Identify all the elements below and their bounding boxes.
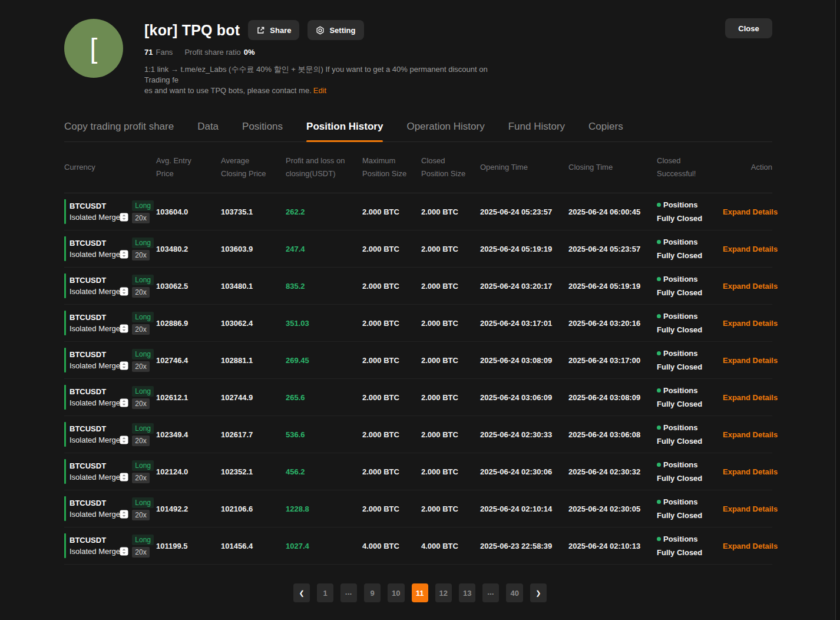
currency-cell: BTCUSDT Isolated Merge Long 20x bbox=[64, 236, 156, 261]
pagination-page-11[interactable]: 11 bbox=[412, 583, 428, 602]
side-badge: Long bbox=[132, 497, 154, 508]
max-position-size: 2.000 BTC bbox=[362, 245, 421, 253]
share-icon bbox=[256, 26, 265, 35]
merge-toggle-icon[interactable] bbox=[120, 547, 128, 556]
side-badge: Long bbox=[132, 275, 154, 285]
setting-button-label: Setting bbox=[329, 26, 355, 35]
expand-details-link[interactable]: Expand Details bbox=[723, 542, 783, 550]
expand-details-link[interactable]: Expand Details bbox=[723, 207, 783, 216]
merge-toggle-icon[interactable] bbox=[120, 324, 128, 333]
close-button[interactable]: Close bbox=[725, 18, 772, 38]
margin-mode: Isolated Merge bbox=[70, 473, 132, 482]
close-button-label: Close bbox=[738, 24, 759, 33]
merge-toggle-icon[interactable] bbox=[120, 436, 128, 444]
expand-details-link[interactable]: Expand Details bbox=[723, 504, 783, 513]
symbol-label: BTCUSDT bbox=[70, 461, 132, 470]
opening-time: 2025-06-23 22:58:39 bbox=[480, 542, 568, 550]
closing-time: 2025-06-24 02:30:32 bbox=[568, 467, 657, 476]
merge-toggle-icon[interactable] bbox=[120, 473, 128, 482]
margin-mode-label: Isolated Merge bbox=[70, 213, 120, 222]
status-cell: Positions Fully Closed bbox=[657, 495, 723, 522]
table-body: BTCUSDT Isolated Merge Long 20x 1 bbox=[64, 193, 772, 565]
symbol-label: BTCUSDT bbox=[70, 499, 132, 507]
side-badge: Long bbox=[132, 200, 154, 211]
edit-link[interactable]: Edit bbox=[313, 86, 326, 95]
table-row: BTCUSDT Isolated Merge Long 20x 1 bbox=[64, 527, 772, 565]
long-side-indicator-bar bbox=[64, 459, 66, 484]
expand-details-link[interactable]: Expand Details bbox=[723, 467, 783, 476]
tab-copy-trading-profit-share[interactable]: Copy trading profit share bbox=[64, 121, 174, 141]
margin-mode: Isolated Merge bbox=[70, 324, 132, 333]
status-text: Positions Fully Closed bbox=[657, 423, 702, 446]
column-header: Currency bbox=[64, 161, 156, 174]
status-cell: Positions Fully Closed bbox=[657, 309, 723, 337]
pnl-value: 456.2 bbox=[286, 467, 362, 476]
tab-operation-history[interactable]: Operation History bbox=[406, 121, 484, 141]
pagination-page-13[interactable]: 13 bbox=[459, 583, 475, 602]
tab-data[interactable]: Data bbox=[197, 121, 219, 141]
setting-icon bbox=[316, 26, 325, 35]
long-side-indicator-bar bbox=[64, 496, 66, 521]
currency-cell: BTCUSDT Isolated Merge Long 20x bbox=[64, 311, 156, 335]
pagination: ❮1•••910111213•••40❯ bbox=[0, 583, 840, 602]
symbol-label: BTCUSDT bbox=[70, 313, 132, 322]
tab-copiers[interactable]: Copiers bbox=[588, 121, 623, 141]
opening-time: 2025-06-24 02:10:14 bbox=[480, 504, 568, 513]
tab-bar: Copy trading profit shareDataPositionsPo… bbox=[64, 121, 772, 142]
pagination-prev-button[interactable]: ❮ bbox=[293, 583, 310, 602]
margin-mode-label: Isolated Merge bbox=[70, 473, 120, 482]
expand-details-link[interactable]: Expand Details bbox=[723, 282, 783, 291]
tab-positions[interactable]: Positions bbox=[242, 121, 283, 141]
pagination-next-button[interactable]: ❯ bbox=[530, 583, 547, 602]
pagination-ellipsis[interactable]: ••• bbox=[482, 583, 499, 602]
closed-position-size: 2.000 BTC bbox=[421, 430, 480, 439]
tab-fund-history[interactable]: Fund History bbox=[508, 121, 565, 141]
avg-closing-price: 101456.4 bbox=[221, 542, 286, 550]
closing-time: 2025-06-24 06:00:45 bbox=[568, 207, 657, 216]
expand-details-link[interactable]: Expand Details bbox=[723, 356, 783, 365]
long-side-indicator-bar bbox=[64, 273, 66, 298]
pagination-page-12[interactable]: 12 bbox=[435, 583, 452, 602]
closing-time: 2025-06-24 03:08:09 bbox=[568, 393, 657, 402]
avg-closing-price: 102617.7 bbox=[221, 430, 286, 439]
expand-details-link[interactable]: Expand Details bbox=[723, 393, 783, 402]
merge-toggle-icon[interactable] bbox=[120, 510, 128, 519]
share-button[interactable]: Share bbox=[248, 20, 299, 40]
merge-toggle-icon[interactable] bbox=[120, 213, 128, 222]
currency-cell: BTCUSDT Isolated Merge Long 20x bbox=[64, 199, 156, 224]
merge-toggle-icon[interactable] bbox=[120, 287, 128, 296]
closed-position-size: 2.000 BTC bbox=[421, 393, 480, 402]
pagination-page-1[interactable]: 1 bbox=[317, 583, 333, 602]
merge-toggle-icon[interactable] bbox=[120, 398, 128, 407]
opening-time: 2025-06-24 03:17:01 bbox=[480, 319, 568, 328]
pagination-page-9[interactable]: 9 bbox=[364, 583, 381, 602]
margin-mode-label: Isolated Merge bbox=[70, 547, 120, 556]
expand-details-link[interactable]: Expand Details bbox=[723, 245, 783, 253]
opening-time: 2025-06-24 02:30:33 bbox=[480, 430, 568, 439]
profit-share-value: 0% bbox=[244, 48, 255, 57]
merge-toggle-icon[interactable] bbox=[120, 361, 128, 370]
avg-closing-price: 103735.1 bbox=[221, 207, 286, 216]
pnl-value: 269.45 bbox=[286, 356, 362, 365]
margin-mode-label: Isolated Merge bbox=[70, 250, 120, 259]
side-badge: Long bbox=[132, 535, 154, 545]
pagination-page-40[interactable]: 40 bbox=[506, 583, 522, 602]
long-side-indicator-bar bbox=[64, 422, 66, 447]
margin-mode: Isolated Merge bbox=[70, 436, 132, 444]
merge-toggle-icon[interactable] bbox=[120, 250, 128, 259]
avg-closing-price: 103062.4 bbox=[221, 319, 286, 328]
expand-details-link[interactable]: Expand Details bbox=[723, 319, 783, 328]
status-green-dot-icon bbox=[657, 388, 661, 393]
max-position-size: 2.000 BTC bbox=[362, 393, 421, 402]
setting-button[interactable]: Setting bbox=[307, 20, 363, 40]
margin-mode-label: Isolated Merge bbox=[70, 287, 120, 296]
symbol-label: BTCUSDT bbox=[70, 350, 132, 359]
tab-position-history[interactable]: Position History bbox=[306, 121, 383, 141]
max-position-size: 2.000 BTC bbox=[362, 504, 421, 513]
pagination-ellipsis[interactable]: ••• bbox=[340, 583, 357, 602]
avg-entry-price: 103062.5 bbox=[156, 282, 221, 291]
avg-closing-price: 102352.1 bbox=[221, 467, 286, 476]
expand-details-link[interactable]: Expand Details bbox=[723, 430, 783, 439]
pagination-page-10[interactable]: 10 bbox=[388, 583, 404, 602]
avg-entry-price: 103604.0 bbox=[156, 207, 221, 216]
